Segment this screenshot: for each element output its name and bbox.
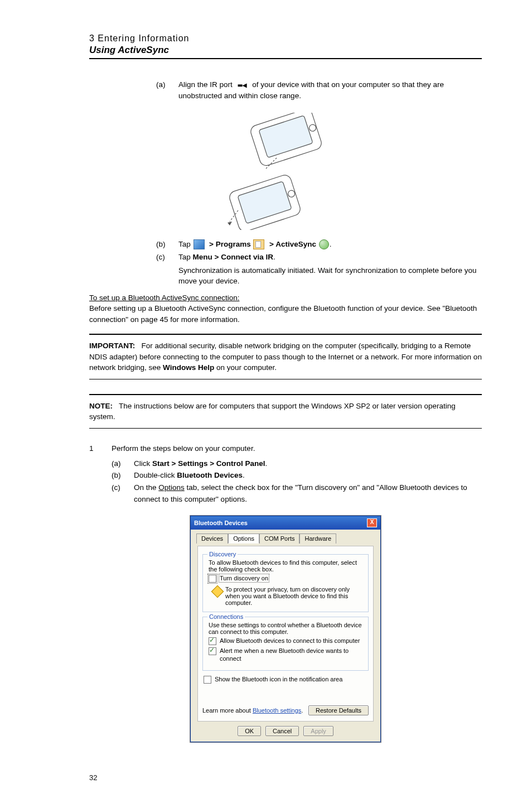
sub-a-text: Click Start > Settings > Control Panel. <box>134 458 482 470</box>
sub-a-label: (a) <box>112 458 134 470</box>
checkbox-allow-connect[interactable] <box>209 637 216 645</box>
important-text-b: on your computer. <box>214 363 277 372</box>
important-label: IMPORTANT: <box>89 342 135 350</box>
programs-icon <box>253 239 264 249</box>
tab-devices[interactable]: Devices <box>196 533 228 544</box>
step-c-label: (c) <box>156 252 178 263</box>
sub-b-text: Double-click Bluetooth Devices. <box>134 469 482 482</box>
step-b-pre: Tap <box>178 240 193 248</box>
sub-a-pre: Click <box>134 459 152 468</box>
page-number: 32 <box>89 773 482 782</box>
step-c-text: Tap Menu > Connect via IR. <box>178 252 482 263</box>
start-flag-icon <box>194 239 205 249</box>
chapter-heading: 3 Entering Information <box>89 33 482 44</box>
bluetooth-dialog: Bluetooth Devices X Devices Options COM … <box>190 516 381 742</box>
checkbox-allow-connect-label: Allow Bluetooth devices to connect to th… <box>220 637 360 645</box>
section-heading: Using ActiveSync <box>89 45 482 56</box>
step-a-pre: Align the IR port <box>178 80 235 89</box>
step-c-post: . <box>273 253 275 261</box>
dialog-titlebar[interactable]: Bluetooth Devices X <box>191 516 380 530</box>
note-label: NOTE: <box>89 402 113 410</box>
sub-b-bold: Bluetooth Devices <box>177 471 243 479</box>
section-rule <box>89 334 482 335</box>
bluetooth-setup-heading: To set up a Bluetooth ActiveSync connect… <box>89 294 482 302</box>
sub-a-bold: Start > Settings > Control Panel <box>152 459 265 468</box>
section-rule-thin <box>89 379 482 379</box>
step-c-detail: Synchronization is automatically initiat… <box>178 265 482 287</box>
close-icon[interactable]: X <box>367 518 377 527</box>
important-bold: Windows Help <box>163 363 214 372</box>
header-rule <box>89 58 482 59</box>
sub-c-label: (c) <box>112 482 134 506</box>
learn-more-text: Learn more about Bluetooth settings. <box>202 707 303 714</box>
note-text: The instructions below are for computers… <box>89 402 456 421</box>
bluetooth-intro: Before setting up a Bluetooth ActiveSync… <box>89 303 482 325</box>
section-rule-thin-2 <box>89 428 482 429</box>
sub-b-post: . <box>243 471 245 479</box>
step-a-text: Align the IR port ▬◀ of your device with… <box>178 79 482 102</box>
step-c-pre: Tap <box>178 253 193 261</box>
important-text-a: For additional security, disable network… <box>89 342 482 372</box>
step-b-label: (b) <box>156 239 178 250</box>
learn-more-post: . <box>301 707 303 714</box>
activesync-icon <box>319 239 329 249</box>
sub-c-text: On the Options tab, select the check box… <box>134 482 482 506</box>
group-connections-title: Connections <box>207 613 245 620</box>
checkbox-show-tray-icon-label: Show the Bluetooth icon in the notificat… <box>215 675 342 683</box>
checkbox-turn-discovery-on-label: Turn discovery on <box>220 574 268 582</box>
note-block: NOTE: The instructions below are for com… <box>89 401 482 422</box>
checkbox-show-tray-icon[interactable] <box>204 676 211 684</box>
sub-a-post: . <box>265 459 268 468</box>
group-discovery-title: Discovery <box>207 551 238 557</box>
ok-button[interactable]: OK <box>238 726 261 736</box>
discovery-text: To allow Bluetooth devices to find this … <box>209 559 362 573</box>
discovery-warning: To protect your privacy, turn on discove… <box>225 586 362 606</box>
learn-more-pre: Learn more about <box>202 707 253 714</box>
sub-b-label: (b) <box>112 469 134 482</box>
numstep-1: 1 <box>89 443 112 454</box>
device-illustration <box>89 113 482 232</box>
activesync-label: ActiveSync <box>275 240 316 248</box>
sub-c-underline: Options <box>158 483 185 492</box>
infrared-icon: ▬◀ <box>235 80 250 91</box>
checkbox-alert-new-device-label: Alert me when a new Bluetooth device wan… <box>220 647 362 663</box>
checkbox-turn-discovery-on[interactable] <box>209 575 216 583</box>
tab-hardware[interactable]: Hardware <box>299 533 336 544</box>
numstep-1-text: Perform the steps below on your computer… <box>112 443 255 454</box>
sub-b-pre: Double-click <box>134 471 177 479</box>
step-c-bold: Menu > Connect via IR <box>193 253 273 261</box>
warning-icon <box>211 585 224 598</box>
step-b-text: Tap > Programs > ActiveSync . <box>178 239 482 250</box>
section-rule-2 <box>89 394 482 395</box>
tab-options[interactable]: Options <box>228 533 259 544</box>
checkbox-alert-new-device[interactable] <box>209 647 216 655</box>
restore-defaults-button[interactable]: Restore Defaults <box>308 705 369 715</box>
tab-com-ports[interactable]: COM Ports <box>259 533 299 544</box>
sub-c-pre: On the <box>134 483 158 492</box>
step-a-label: (a) <box>156 79 178 102</box>
apply-button[interactable]: Apply <box>303 726 333 736</box>
programs-label: Programs <box>216 240 251 248</box>
connections-text: Use these settings to control whether a … <box>209 622 362 635</box>
dialog-title: Bluetooth Devices <box>194 520 248 526</box>
important-block: IMPORTANT: For additional security, disa… <box>89 340 482 373</box>
learn-more-link[interactable]: Bluetooth settings <box>253 707 301 714</box>
cancel-button[interactable]: Cancel <box>265 726 299 736</box>
